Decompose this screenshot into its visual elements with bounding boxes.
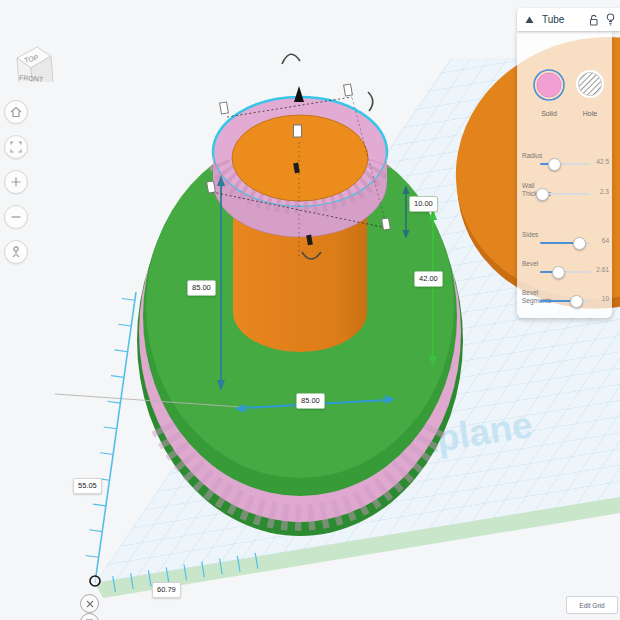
elevation-dimension-value[interactable]: 42.00 xyxy=(414,271,443,287)
solid-swatch[interactable]: Solid xyxy=(532,69,566,117)
unlock-icon xyxy=(589,14,599,26)
hide-shape-button[interactable] xyxy=(604,13,616,27)
lightbulb-icon xyxy=(606,13,615,26)
fit-view-icon xyxy=(9,140,23,154)
close-workplane-edit-button[interactable] xyxy=(80,594,99,613)
height-dimension-value[interactable]: 85.00 xyxy=(187,280,216,296)
perspective-icon xyxy=(9,245,23,259)
sides-slider[interactable] xyxy=(540,239,590,247)
view-toolbar xyxy=(4,100,28,264)
scale-handle xyxy=(207,181,216,193)
scale-handle xyxy=(220,102,229,114)
wall-thickness-slider-row: Wall Thickness 2.3 xyxy=(517,181,612,205)
sides-slider-row: Sides 64 xyxy=(517,230,612,254)
hole-swatch[interactable]: Hole xyxy=(573,69,607,117)
shape-inspector-panel: Tube Solid xyxy=(517,8,620,318)
fit-view-button[interactable] xyxy=(4,135,28,159)
bevel-slider-knob[interactable] xyxy=(552,266,565,279)
solid-color-circle xyxy=(537,73,561,97)
shape-name-title[interactable]: Tube xyxy=(542,14,584,25)
tube-height-dimension-value[interactable]: 10.00 xyxy=(409,196,438,212)
zoom-out-button[interactable] xyxy=(4,205,28,229)
sides-slider-knob[interactable] xyxy=(573,237,586,250)
wall-thickness-slider-knob[interactable] xyxy=(536,188,549,201)
minus-icon xyxy=(9,210,23,224)
width-dimension-value[interactable]: 85.00 xyxy=(296,393,325,409)
lock-button[interactable] xyxy=(588,13,600,27)
radius-slider-knob[interactable] xyxy=(548,158,561,171)
wall-thickness-slider[interactable] xyxy=(540,190,590,198)
scale-handle xyxy=(344,84,353,96)
radius-slider-row: Radius 42.5 xyxy=(517,151,612,175)
view-cube[interactable]: TOP FRONT xyxy=(4,20,64,82)
home-view-button[interactable] xyxy=(4,100,28,124)
inspector-header: Tube xyxy=(517,8,620,31)
home-icon xyxy=(9,105,23,119)
edit-grid-button[interactable]: Edit Grid xyxy=(566,596,618,614)
collapse-panel-icon[interactable] xyxy=(525,16,534,24)
scale-handle xyxy=(382,218,391,230)
ruler-bottom-value[interactable]: 60.79 xyxy=(152,582,181,598)
zoom-in-button[interactable] xyxy=(4,170,28,194)
bevel-segments-slider-row: Bevel Segments 10 xyxy=(517,288,612,312)
perspective-toggle-button[interactable] xyxy=(4,240,28,264)
inspector-body: Solid Hole Radius 42.5 Wall Thickness xyxy=(517,31,612,318)
radius-slider[interactable] xyxy=(540,160,590,168)
bevel-segments-slider-knob[interactable] xyxy=(570,295,583,308)
bevel-segments-slider[interactable] xyxy=(540,297,590,305)
workplane-origin-handle[interactable] xyxy=(90,576,100,586)
close-icon xyxy=(86,600,94,608)
bevel-slider[interactable] xyxy=(540,268,590,276)
view-cube-front-label[interactable]: FRONT xyxy=(19,74,44,82)
scale-handle-top xyxy=(294,125,302,137)
hole-pattern-circle xyxy=(579,73,602,96)
bevel-slider-row: Bevel 2.61 xyxy=(517,259,612,283)
ruler-left-value[interactable]: 55.05 xyxy=(73,478,102,494)
plus-icon xyxy=(9,175,23,189)
